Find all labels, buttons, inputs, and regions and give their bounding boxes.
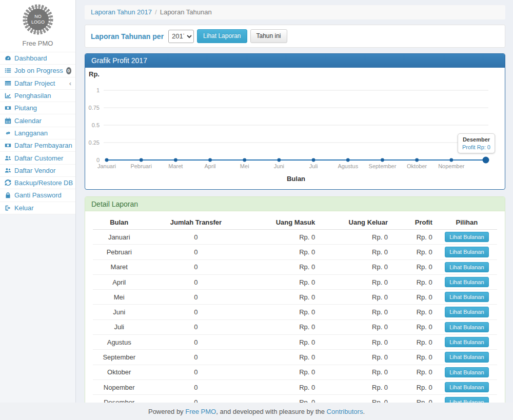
this-year-button[interactable]: Tahun ini [250,29,287,44]
cell: 0 [145,245,246,259]
view-monthly-button-april[interactable]: Lihat Bulanan [445,277,488,287]
view-monthly-button-desember[interactable]: Lihat Bulanan [445,397,488,403]
view-monthly-button-juli[interactable]: Lihat Bulanan [445,322,488,332]
view-monthly-button-september[interactable]: Lihat Bulanan [445,352,488,362]
cell: Rp. 0 [392,305,437,319]
chart-point-juni[interactable] [278,158,281,162]
chart-point-juli[interactable] [312,158,315,162]
detail-panel-title: Detail Laporan [85,197,505,211]
chart-point-januari[interactable] [105,158,109,162]
cell: Rp. 0 [392,290,437,305]
x-tick-label: Pebruari [130,163,152,169]
detail-table: BulanJumlah TransferUang MasukUang Kelua… [93,215,497,403]
main-content: Laporan Tahun 2017/Laporan Tahunan Lapor… [76,0,513,403]
chart-point-september[interactable] [381,158,384,162]
column-header: Bulan [93,215,145,230]
calendar-icon [5,117,11,124]
cell: Juni [93,305,145,319]
view-monthly-button-januari[interactable]: Lihat Bulanan [445,232,488,242]
view-monthly-button-juni[interactable]: Lihat Bulanan [445,307,488,317]
action-cell: Lihat Bulanan [437,290,497,305]
breadcrumb-separator: / [155,8,157,16]
chart-point-desember[interactable] [483,157,489,164]
sidebar-item-backup-restore-db[interactable]: Backup/Restore DB [0,177,75,189]
x-tick-label: Juli [309,163,318,169]
cell: April [93,274,145,289]
cell: Rp. 0 [246,335,319,350]
x-tick-label: Agustus [338,163,358,169]
view-monthly-button-mei[interactable]: Lihat Bulanan [445,292,488,302]
year-select[interactable]: 2017 [168,30,194,43]
cell: Rp. 0 [319,305,392,319]
x-tick-label: Nopember [438,163,465,169]
sidebar-item-piutang[interactable]: Piutang [0,102,75,114]
sidebar-item-daftar-customer[interactable]: Daftar Customer [0,152,75,164]
sidebar-item-calendar[interactable]: Calendar [0,114,75,127]
action-cell: Lihat Bulanan [437,319,497,334]
sidebar-item-langganan[interactable]: Langganan [0,127,75,139]
cell: Rp. 0 [246,274,319,289]
sidebar-item-dashboard[interactable]: Dashboard [0,52,75,65]
table-row-desember: Desember0Rp. 0Rp. 0Rp. 0Lihat Bulanan [93,395,497,403]
breadcrumb: Laporan Tahun 2017/Laporan Tahunan [85,5,505,19]
dashboard-icon [5,55,11,62]
no-logo-gear-icon: NO LOGO [22,3,54,36]
cell: Rp. 0 [319,365,392,379]
chart-point-april[interactable] [208,158,212,162]
cell: Rp. 0 [319,290,392,305]
chart-point-mei[interactable] [243,158,246,162]
sidebar-item-daftar-project[interactable]: Daftar Project‹ [0,77,75,90]
chart-point-nopember[interactable] [449,158,453,162]
footer-middle: , and developed with pleasure by the [216,408,326,415]
cell: Mei [93,290,145,305]
sidebar-item-ganti-password[interactable]: Ganti Password [0,189,75,202]
cell: Rp. 0 [246,395,319,403]
view-monthly-button-oktober[interactable]: Lihat Bulanan [445,367,488,377]
app-logo: NO LOGO [0,0,75,38]
users-icon [5,155,11,162]
chart-point-maret[interactable] [174,158,177,162]
free-pmo-link[interactable]: Free PMO [185,408,216,415]
chart-point-oktober[interactable] [415,158,419,162]
view-report-button[interactable]: Lihat Laporan [197,29,247,44]
breadcrumb-parent-link[interactable]: Laporan Tahun 2017 [91,8,152,16]
table-row-september: September0Rp. 0Rp. 0Rp. 0Lihat Bulanan [93,350,497,365]
y-tick-label: 0.5 [92,122,100,128]
svg-text:LOGO: LOGO [31,19,44,25]
brand-name: Free PMO [0,38,75,52]
cell: Rp. 0 [392,259,437,274]
view-monthly-button-pebruari[interactable]: Lihat Bulanan [445,247,488,257]
cell: 0 [145,379,246,394]
view-monthly-button-nopember[interactable]: Lihat Bulanan [445,382,488,392]
table-row-juli: Juli0Rp. 0Rp. 0Rp. 0Lihat Bulanan [93,319,497,334]
table-row-pebruari: Pebruari0Rp. 0Rp. 0Rp. 0Lihat Bulanan [93,245,497,259]
sidebar-item-daftar-pembayaran[interactable]: Daftar Pembayaran [0,139,75,152]
profit-chart: Rp.10.750.50.250JanuariPebruariMaretApri… [85,68,505,189]
sidebar-item-keluar[interactable]: Keluar [0,202,75,214]
action-cell: Lihat Bulanan [437,379,497,394]
cell: 0 [145,350,246,365]
cell: 0 [145,290,246,305]
cell: 0 [145,259,246,274]
chart-point-pebruari[interactable] [140,158,143,162]
x-axis-title: Bulan [287,175,305,183]
chart-panel-title: Grafik Profit 2017 [85,54,505,68]
sidebar-item-label: Piutang [14,104,37,112]
sidebar-item-job-on-progress[interactable]: Job on Progress0 [0,65,75,77]
view-monthly-button-maret[interactable]: Lihat Bulanan [445,262,488,272]
sidebar-item-daftar-vendor[interactable]: Daftar Vendor [0,165,75,177]
sidebar-menu: DashboardJob on Progress0Daftar Project‹… [0,52,75,214]
detail-report-panel: Detail Laporan BulanJumlah TransferUang … [85,196,505,403]
chart-point-agustus[interactable] [346,158,350,162]
cell: Rp. 0 [246,290,319,305]
view-monthly-button-agustus[interactable]: Lihat Bulanan [445,337,488,347]
profit-chart-panel: Grafik Profit 2017 Rp.10.750.50.250Janua… [85,53,505,190]
sidebar-item-penghasilan[interactable]: Penghasilan [0,90,75,102]
money-icon [5,142,11,149]
sidebar-item-label: Daftar Customer [14,154,63,162]
x-tick-label: Januari [97,163,116,169]
contributors-link[interactable]: Contributors [327,408,363,415]
cell: Pebruari [93,245,145,259]
y-tick-label: 0.75 [89,105,100,111]
cell: Rp. 0 [319,230,392,245]
